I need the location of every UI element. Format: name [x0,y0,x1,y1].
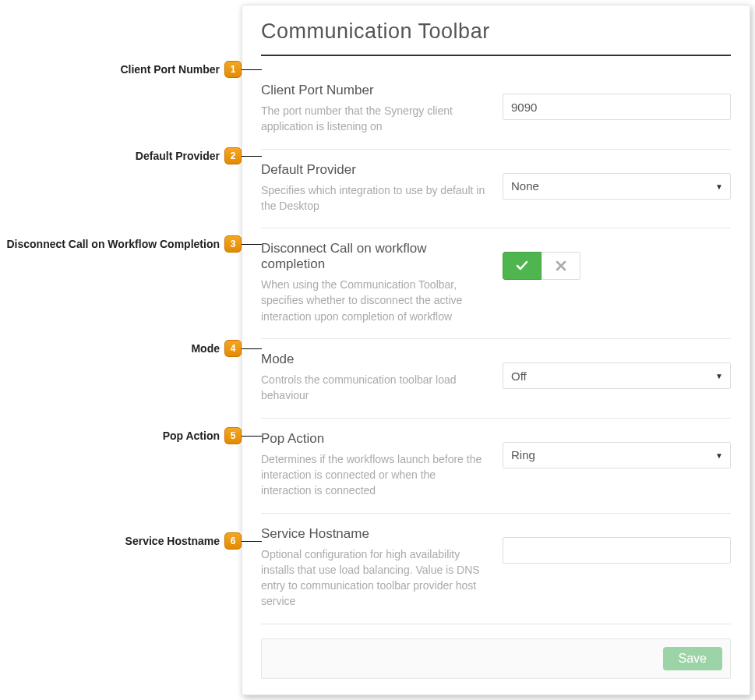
callout-label: Service Hostname [125,535,220,547]
mode-select[interactable]: Off [503,362,731,389]
field-heading: Default Provider [261,162,489,178]
row-default-provider: Default Provider Specifies which integra… [261,150,731,229]
callout-label: Mode [191,342,220,355]
save-button[interactable]: Save [663,647,722,670]
field-heading: Mode [261,352,489,367]
callout-badge: 6 [224,532,242,550]
row-client-port-number: Client Port Number The port number that … [261,70,731,150]
default-provider-select[interactable]: None [503,173,731,200]
field-heading: Client Port Number [261,83,489,98]
callout-disconnect-call: Disconnect Call on Workflow Completion 3 [6,235,242,253]
field-heading: Service Hostname [261,526,489,542]
connector-line [242,541,262,542]
callout-badge: 1 [224,61,242,78]
disconnect-call-toggle [503,252,731,280]
row-service-hostname: Service Hostname Optional configuration … [261,514,731,624]
row-mode: Mode Controls the communication toolbar … [261,339,731,419]
toggle-on-button[interactable] [503,252,542,280]
callout-label: Default Provider [136,150,220,162]
field-description: The port number that the Synergy client … [261,103,489,135]
footer-bar: Save [261,638,731,679]
field-heading: Disconnect Call on workflow completion [261,241,489,272]
row-pop-action: Pop Action Determines if the workflows l… [261,419,731,514]
callout-badge: 4 [224,340,242,357]
row-disconnect-call: Disconnect Call on workflow completion W… [261,228,731,339]
callout-default-provider: Default Provider 2 [136,147,242,164]
toggle-off-button[interactable] [542,252,580,280]
close-icon [555,260,567,272]
connector-line [242,69,262,70]
callout-client-port-number: Client Port Number 1 [120,61,242,78]
connector-line [242,244,262,245]
connector-line [242,156,262,157]
callout-label: Disconnect Call on Workflow Completion [6,238,220,250]
callout-service-hostname: Service Hostname 6 [125,532,242,550]
callout-badge: 2 [224,147,242,164]
callout-mode: Mode 4 [191,340,242,357]
callout-label: Pop Action [163,430,220,442]
panel-title: Communication Toolbar [261,19,731,44]
pop-action-select[interactable]: Ring [503,442,731,468]
field-heading: Pop Action [261,431,489,447]
field-description: Determines if the workflows launch befor… [261,451,489,499]
service-hostname-input[interactable] [503,537,731,564]
settings-panel: Communication Toolbar Client Port Number… [242,5,750,695]
client-port-number-input[interactable] [503,94,731,120]
connector-line [242,436,262,437]
callout-pop-action: Pop Action 5 [163,427,242,444]
field-description: Specifies which integration to use by de… [261,182,489,214]
field-description: When using the Communication Toolbar, sp… [261,277,489,324]
callout-badge: 3 [224,235,242,253]
field-description: Controls the communication toolbar load … [261,372,489,404]
check-icon [516,260,528,272]
field-description: Optional configuration for high availabi… [261,546,489,610]
connector-line [242,348,262,349]
callout-label: Client Port Number [120,63,220,76]
divider [261,55,731,56]
callout-badge: 5 [224,427,242,444]
